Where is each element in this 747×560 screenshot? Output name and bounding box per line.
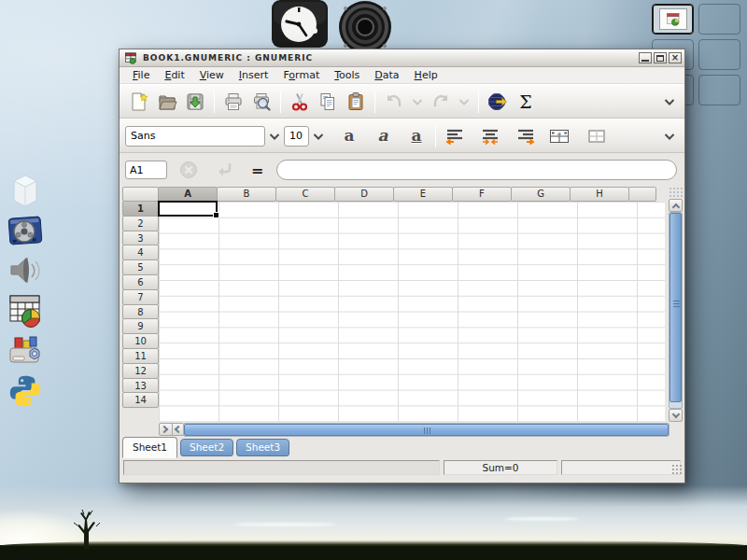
align-center-button[interactable] [476, 122, 504, 150]
scroll-down-button[interactable] [669, 409, 683, 422]
menu-data[interactable]: Data [367, 68, 406, 82]
row-header-7[interactable]: 7 [122, 289, 159, 305]
borders-button[interactable] [583, 122, 611, 150]
bold-button[interactable]: a [335, 122, 363, 150]
volume-speaker-icon[interactable] [334, 0, 396, 54]
column-header-partial[interactable] [628, 187, 656, 202]
audio-speaker-icon[interactable] [6, 252, 45, 289]
row-header-2[interactable]: 2 [122, 216, 159, 231]
tab-sheet1[interactable]: Sheet1 [122, 437, 177, 458]
menu-tools[interactable]: Tools [327, 68, 367, 82]
row-header-10[interactable]: 10 [122, 333, 159, 349]
tab-sheet2[interactable]: Sheet2 [180, 439, 233, 456]
row-header-12[interactable]: 12 [122, 363, 159, 379]
video-player-icon[interactable] [6, 212, 45, 249]
align-left-button[interactable] [441, 122, 469, 150]
column-header-f[interactable]: F [452, 187, 512, 202]
vertical-scroll-track[interactable] [669, 212, 683, 409]
font-name-input[interactable] [125, 126, 265, 147]
titlebar[interactable]: BOOK1.GNUMERIC : GNUMERIC × [120, 49, 684, 67]
pager-cell-4[interactable] [698, 39, 740, 70]
font-size-dropdown[interactable] [309, 122, 328, 150]
row-header-13[interactable]: 13 [122, 378, 159, 394]
cancel-button[interactable] [175, 156, 203, 184]
desktop-shortcuts [6, 172, 45, 410]
pager-cell-2[interactable] [698, 4, 740, 35]
gnumeric-app-icon [124, 52, 137, 64]
white-box-icon[interactable] [6, 172, 45, 209]
horizontal-scroll-track[interactable] [183, 423, 669, 437]
pager-cell-1[interactable] [652, 4, 694, 35]
horizontal-scroll-thumb[interactable] [184, 424, 669, 436]
formula-input[interactable] [276, 160, 677, 180]
column-header-g[interactable]: G [511, 187, 571, 202]
menu-view[interactable]: View [192, 68, 232, 82]
menu-edit[interactable]: Edit [157, 68, 191, 82]
row-header-5[interactable]: 5 [122, 259, 159, 275]
row-header-9[interactable]: 9 [122, 318, 159, 334]
scroll-up-button[interactable] [669, 199, 683, 212]
cell-selection-a1[interactable] [158, 201, 218, 217]
pane-split-grip-vertical[interactable] [669, 187, 683, 199]
column-header-c[interactable]: C [275, 187, 335, 202]
row-header-4[interactable]: 4 [122, 245, 159, 260]
select-all-corner[interactable] [122, 187, 159, 202]
tab-sheet3[interactable]: Sheet3 [236, 439, 289, 456]
italic-icon: a [377, 128, 388, 144]
column-header-h[interactable]: H [570, 187, 629, 202]
copy-button[interactable] [314, 88, 342, 116]
align-right-button[interactable] [512, 122, 540, 150]
menu-help[interactable]: Help [407, 68, 445, 82]
redo-button[interactable] [427, 88, 455, 116]
pager-cell-6[interactable] [698, 75, 740, 105]
cut-button[interactable] [286, 88, 314, 116]
clock-icon[interactable] [271, 0, 329, 54]
sheet-grid[interactable] [159, 202, 665, 421]
new-button[interactable] [125, 88, 153, 116]
print-preview-button[interactable] [247, 88, 275, 116]
column-header-a[interactable]: A [158, 187, 218, 202]
window-resize-grip[interactable] [671, 464, 683, 475]
python-icon[interactable] [6, 372, 45, 410]
column-header-b[interactable]: B [217, 187, 276, 202]
row-header-8[interactable]: 8 [122, 304, 159, 320]
format-toolbar-overflow-button[interactable] [660, 122, 679, 150]
redo-dropdown-button[interactable] [455, 88, 473, 116]
scroll-right-button[interactable] [159, 423, 173, 436]
enter-button[interactable] [210, 156, 238, 184]
toolbar-overflow-button[interactable] [660, 88, 679, 116]
font-name-dropdown[interactable] [265, 122, 284, 150]
wallpaper-horizon [0, 485, 747, 560]
menu-insert[interactable]: Insert [232, 68, 276, 82]
merge-cells-button[interactable]: a [545, 122, 573, 150]
undo-button[interactable] [380, 88, 408, 116]
row-header-11[interactable]: 11 [122, 348, 159, 364]
row-header-14[interactable]: 14 [122, 392, 159, 408]
paste-button[interactable] [342, 88, 370, 116]
menu-file[interactable]: File [125, 68, 157, 82]
cell-reference-input[interactable] [125, 161, 167, 179]
sum-button[interactable]: Σ [512, 88, 540, 116]
row-header-3[interactable]: 3 [122, 231, 159, 246]
row-header-6[interactable]: 6 [122, 274, 159, 290]
open-button[interactable] [153, 88, 181, 116]
underline-button[interactable]: a [402, 122, 430, 150]
menu-format[interactable]: Format [275, 68, 327, 82]
package-manager-icon[interactable] [6, 332, 45, 370]
gnumeric-spreadsheet-icon[interactable] [6, 292, 45, 329]
save-button[interactable] [181, 88, 209, 116]
undo-dropdown-button[interactable] [408, 88, 427, 116]
close-button[interactable]: × [669, 52, 682, 63]
font-size-input[interactable] [284, 126, 309, 147]
maximize-button[interactable] [654, 52, 667, 63]
column-header-d[interactable]: D [334, 187, 394, 202]
sheet-area: ABCDEFGH 1234567891011121314 [120, 187, 684, 423]
column-header-e[interactable]: E [393, 187, 453, 202]
toolbar-separator [374, 91, 375, 113]
row-header-1[interactable]: 1 [122, 201, 159, 217]
vertical-scroll-thumb[interactable] [669, 213, 682, 402]
print-button[interactable] [219, 88, 247, 116]
minimize-button[interactable] [639, 52, 652, 63]
hyperlink-button[interactable] [484, 88, 512, 116]
italic-button[interactable]: a [369, 122, 397, 150]
